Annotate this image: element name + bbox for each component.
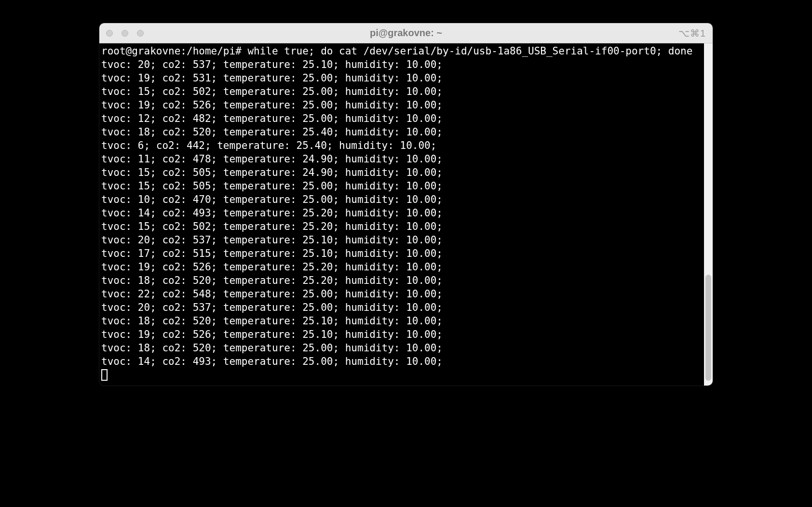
minimize-button[interactable] — [122, 30, 128, 37]
output-line: tvoc: 10; co2: 470; temperature: 25.00; … — [101, 193, 702, 206]
output-line: tvoc: 18; co2: 520; temperature: 25.00; … — [101, 341, 702, 355]
output-line: tvoc: 18; co2: 520; temperature: 25.20; … — [101, 274, 702, 287]
command-line: root@grakovne:/home/pi# while true; do c… — [101, 44, 702, 58]
cursor-icon — [101, 369, 108, 381]
output-line: tvoc: 17; co2: 515; temperature: 25.10; … — [101, 247, 702, 260]
terminal-content[interactable]: root@grakovne:/home/pi# while true; do c… — [99, 43, 704, 386]
command: while true; do cat /dev/serial/by-id/usb… — [247, 45, 692, 57]
scrollbar-track[interactable] — [704, 43, 713, 386]
output-line: tvoc: 19; co2: 526; temperature: 25.00; … — [101, 98, 702, 112]
output-line: tvoc: 15; co2: 502; temperature: 25.00; … — [101, 85, 702, 98]
terminal-body: root@grakovne:/home/pi# while true; do c… — [99, 43, 713, 386]
close-button[interactable] — [106, 30, 113, 37]
output-line: tvoc: 22; co2: 548; temperature: 25.00; … — [101, 287, 702, 301]
output-line: tvoc: 20; co2: 537; temperature: 25.10; … — [101, 233, 702, 247]
scrollbar-thumb[interactable] — [705, 275, 711, 381]
output-line: tvoc: 6; co2: 442; temperature: 25.40; h… — [101, 139, 702, 152]
output-line: tvoc: 15; co2: 505; temperature: 25.00; … — [101, 179, 702, 193]
output-line: tvoc: 14; co2: 493; temperature: 25.00; … — [101, 355, 702, 368]
output-line: tvoc: 12; co2: 482; temperature: 25.00; … — [101, 112, 702, 125]
output-line: tvoc: 19; co2: 531; temperature: 25.00; … — [101, 71, 702, 85]
output-line: tvoc: 18; co2: 520; temperature: 25.10; … — [101, 314, 702, 328]
traffic-lights — [106, 30, 144, 37]
output-line: tvoc: 19; co2: 526; temperature: 25.20; … — [101, 260, 702, 274]
maximize-button[interactable] — [137, 30, 144, 37]
output-line: tvoc: 15; co2: 502; temperature: 25.20; … — [101, 220, 702, 233]
output-line: tvoc: 19; co2: 526; temperature: 25.10; … — [101, 328, 702, 341]
output-line: tvoc: 20; co2: 537; temperature: 25.10; … — [101, 58, 702, 71]
output-line: tvoc: 15; co2: 505; temperature: 24.90; … — [101, 166, 702, 179]
output-line: tvoc: 14; co2: 493; temperature: 25.20; … — [101, 206, 702, 220]
output-line: tvoc: 11; co2: 478; temperature: 24.90; … — [101, 152, 702, 166]
terminal-window: pi@grakovne: ~ ⌥⌘1 root@grakovne:/home/p… — [99, 23, 713, 386]
titlebar[interactable]: pi@grakovne: ~ ⌥⌘1 — [99, 23, 713, 43]
output-line: tvoc: 20; co2: 537; temperature: 25.00; … — [101, 301, 702, 314]
prompt: root@grakovne:/home/pi# — [101, 45, 247, 57]
output-line: tvoc: 18; co2: 520; temperature: 25.40; … — [101, 125, 702, 139]
window-shortcut: ⌥⌘1 — [678, 27, 706, 39]
window-title: pi@grakovne: ~ — [370, 27, 442, 39]
